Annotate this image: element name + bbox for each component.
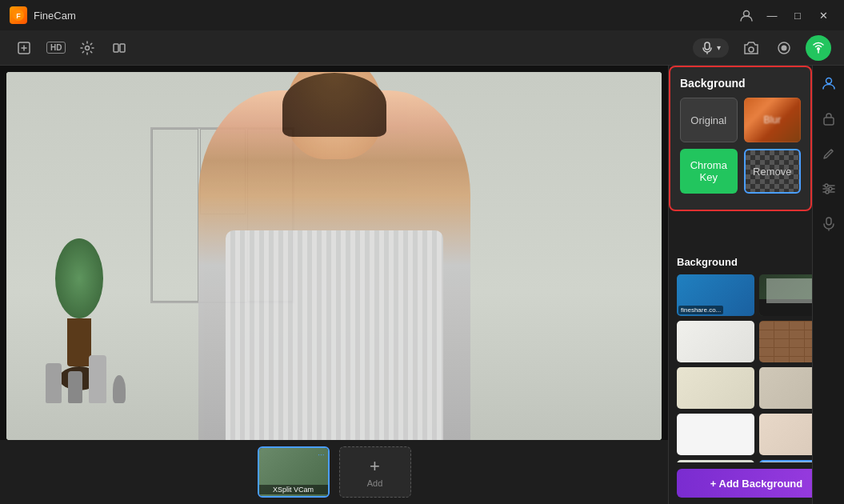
add-camera-label: Add	[367, 478, 383, 488]
background-item-9[interactable]	[677, 460, 754, 462]
video-background	[6, 72, 662, 440]
svg-rect-20	[826, 218, 831, 225]
mirror-button[interactable]	[109, 38, 130, 58]
app-title: FineCam	[34, 10, 76, 22]
svg-rect-6	[120, 44, 125, 52]
right-panel: Background Original Blur Chroma Key Remo…	[668, 66, 844, 504]
sidebar-icon-mic[interactable]	[818, 213, 840, 235]
video-area: ··· XSplit VCam + Add	[0, 66, 668, 504]
live-button[interactable]	[806, 35, 831, 61]
svg-rect-5	[114, 44, 118, 52]
blur-option[interactable]: Blur	[744, 98, 802, 142]
camera-strip: ··· XSplit VCam + Add	[0, 440, 668, 504]
video-frame	[6, 72, 662, 440]
mic-chevron: ▾	[717, 43, 721, 52]
add-camera-plus-icon: +	[370, 456, 380, 477]
background-popup: Background Original Blur Chroma Key Remo…	[669, 66, 812, 211]
camera-thumb-xsplit[interactable]: ··· XSplit VCam	[258, 446, 330, 498]
svg-point-18	[829, 187, 832, 190]
svg-point-19	[826, 190, 829, 194]
svg-point-17	[825, 184, 828, 187]
camera-thumb-menu: ···	[318, 450, 324, 459]
main-content: ··· XSplit VCam + Add Background Origina…	[0, 66, 844, 504]
svg-point-8	[749, 47, 754, 52]
add-camera-button[interactable]: + Add	[339, 446, 411, 498]
hd-badge[interactable]: HD	[46, 42, 66, 54]
account-icon-btn[interactable]	[735, 6, 758, 25]
original-option[interactable]: Original	[680, 98, 738, 142]
chroma-key-option[interactable]: Chroma Key	[680, 149, 738, 194]
titlebar: F FineCam — □ ✕	[0, 0, 844, 30]
camera-thumb-label: XSplit VCam	[259, 485, 328, 494]
maximize-button[interactable]: □	[786, 6, 809, 25]
titlebar-left: F FineCam	[10, 6, 76, 24]
svg-rect-13	[824, 118, 834, 125]
svg-rect-7	[705, 42, 710, 50]
app-icon: F	[10, 6, 27, 24]
bg-item-label-1: fineshare.co...	[678, 306, 723, 314]
svg-point-10	[782, 45, 787, 50]
mic-group[interactable]: ▾	[693, 38, 729, 58]
minimize-button[interactable]: —	[761, 6, 783, 25]
settings-button[interactable]	[77, 38, 98, 58]
remove-option[interactable]: Remove	[744, 149, 802, 194]
background-item-3[interactable]	[677, 321, 754, 362]
person-figure	[198, 90, 470, 440]
background-item-5[interactable]	[677, 367, 754, 409]
sidebar-icon-sliders[interactable]	[818, 178, 840, 200]
titlebar-controls: — □ ✕	[735, 6, 834, 25]
sidebar-icon-person[interactable]	[818, 72, 840, 94]
camera-snapshot-button[interactable]	[740, 38, 762, 58]
background-popup-title: Background	[680, 77, 801, 90]
export-button[interactable]	[13, 37, 35, 59]
background-item-7[interactable]	[677, 414, 754, 455]
toolbar-left: HD	[13, 37, 130, 59]
svg-text:F: F	[16, 12, 21, 20]
svg-point-12	[826, 78, 831, 84]
toolbar-center: ▾	[693, 35, 831, 61]
background-options: Original Blur Chroma Key Remove	[680, 98, 801, 194]
record-button[interactable]	[774, 38, 794, 58]
background-item-1[interactable]: fineshare.co...	[677, 274, 754, 316]
sidebar-icon-edit[interactable]	[818, 142, 840, 165]
toolbar: HD ▾	[0, 30, 844, 66]
sidebar-icon-lock[interactable]	[818, 107, 840, 130]
svg-point-4	[86, 46, 90, 50]
close-button[interactable]: ✕	[812, 6, 834, 25]
sidebar-icons	[812, 66, 844, 504]
blur-preview: Blur	[744, 98, 802, 142]
